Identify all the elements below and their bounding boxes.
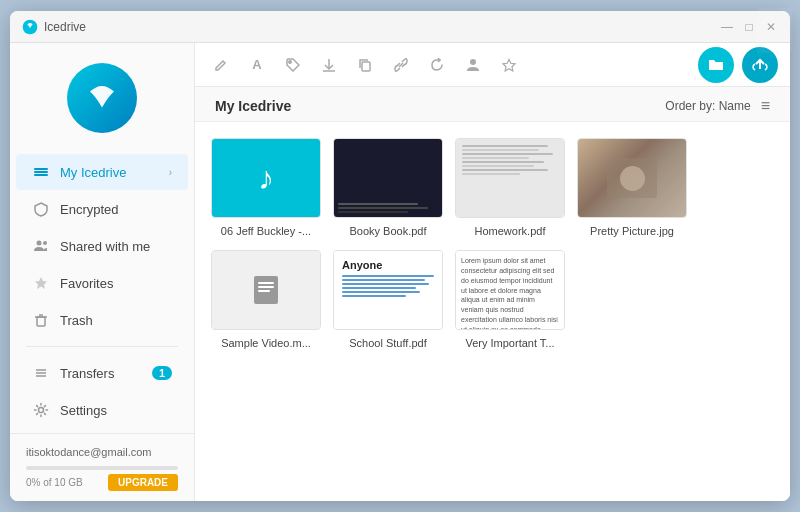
star-icon <box>32 274 50 292</box>
school-thumbnail: Anyone <box>334 251 442 329</box>
storage-text: 0% of 10 GB <box>26 477 83 488</box>
title-bar: Icedrive — □ ✕ <box>10 11 790 43</box>
sidebar-item-encrypted[interactable]: Encrypted <box>16 191 188 227</box>
sidebar-item-transfers[interactable]: Transfers 1 <box>16 355 188 391</box>
svg-point-15 <box>289 60 291 62</box>
svg-marker-7 <box>35 277 47 289</box>
favorite-button[interactable] <box>495 51 523 79</box>
order-controls: Order by: Name ≡ <box>665 97 770 115</box>
sidebar-item-label: Transfers <box>60 366 114 381</box>
chevron-right-icon: › <box>169 167 172 178</box>
file-thumbnail <box>211 250 321 330</box>
svg-rect-25 <box>258 290 270 292</box>
video-thumbnail <box>212 251 320 329</box>
sidebar-item-my-icedrive[interactable]: My Icedrive › <box>16 154 188 190</box>
file-name: Sample Video.m... <box>221 336 311 350</box>
svg-point-19 <box>470 59 476 65</box>
file-thumbnail: Lorem ipsum dolor sit amet consectetur a… <box>455 250 565 330</box>
sidebar-logo-area <box>10 43 194 149</box>
maximize-button[interactable]: □ <box>742 20 756 34</box>
file-card-pretty-picture[interactable]: Pretty Picture.jpg <box>577 138 687 238</box>
copy-button[interactable] <box>351 51 379 79</box>
storage-bar-background <box>26 466 178 470</box>
file-thumbnail <box>333 138 443 218</box>
svg-point-14 <box>39 408 44 413</box>
file-card-sample-video[interactable]: Sample Video.m... <box>211 250 321 350</box>
toolbar: A <box>195 43 790 87</box>
people-icon <box>32 237 50 255</box>
sidebar-item-shared-with-me[interactable]: Shared with me <box>16 228 188 264</box>
svg-rect-23 <box>258 282 274 284</box>
svg-rect-24 <box>258 286 274 288</box>
order-by-label: Order by: Name <box>665 99 750 113</box>
sidebar-nav: My Icedrive › Encrypted <box>10 149 194 433</box>
text-button[interactable]: A <box>243 51 271 79</box>
file-card-school-stuff[interactable]: Anyone School Stuff.pdf <box>333 250 443 350</box>
transfers-icon <box>32 364 50 382</box>
svg-rect-2 <box>34 174 48 176</box>
link-button[interactable] <box>387 51 415 79</box>
tag-button[interactable] <box>279 51 307 79</box>
file-name: Booky Book.pdf <box>349 224 426 238</box>
sidebar-item-label: Encrypted <box>60 202 119 217</box>
file-name: Homework.pdf <box>475 224 546 238</box>
new-folder-button[interactable] <box>698 47 734 83</box>
transfers-badge: 1 <box>152 366 172 380</box>
svg-point-6 <box>43 241 47 245</box>
refresh-button[interactable] <box>423 51 451 79</box>
file-name: Pretty Picture.jpg <box>590 224 674 238</box>
svg-rect-18 <box>362 62 370 71</box>
file-thumbnail <box>455 138 565 218</box>
icedrive-logo-icon <box>78 74 126 122</box>
file-name: Very Important T... <box>465 336 554 350</box>
download-button[interactable] <box>315 51 343 79</box>
sidebar-item-label: Shared with me <box>60 239 150 254</box>
hamburger-icon[interactable]: ≡ <box>761 97 770 115</box>
file-card-homework[interactable]: Homework.pdf <box>455 138 565 238</box>
sidebar-item-trash[interactable]: Trash <box>16 302 188 338</box>
title-bar-left: Icedrive <box>22 19 86 35</box>
minimize-button[interactable]: — <box>720 20 734 34</box>
svg-marker-20 <box>503 59 515 71</box>
app-logo-icon <box>22 19 38 35</box>
file-card-jeff-buckley[interactable]: ♪ 06 Jeff Buckley -... <box>211 138 321 238</box>
layers-icon <box>32 163 50 181</box>
trash-icon <box>32 311 50 329</box>
file-name: 06 Jeff Buckley -... <box>221 224 311 238</box>
file-card-booky-book[interactable]: Booky Book.pdf <box>333 138 443 238</box>
sidebar-item-favorites[interactable]: Favorites <box>16 265 188 301</box>
svg-point-5 <box>37 241 42 246</box>
share-user-button[interactable] <box>459 51 487 79</box>
content-area: A <box>195 43 790 501</box>
school-preview-lines <box>342 275 434 297</box>
breadcrumb-title: My Icedrive <box>215 98 291 114</box>
svg-rect-8 <box>37 317 45 326</box>
music-thumbnail: ♪ <box>212 139 320 217</box>
files-grid: ♪ 06 Jeff Buckley -... <box>195 122 790 501</box>
sidebar-footer: itisoktodance@gmail.com 0% of 10 GB UPGR… <box>10 433 194 501</box>
svg-rect-3 <box>34 171 48 173</box>
important-thumbnail: Lorem ipsum dolor sit amet consectetur a… <box>456 251 564 329</box>
upgrade-button[interactable]: UPGRADE <box>108 474 178 491</box>
file-name: School Stuff.pdf <box>349 336 426 350</box>
file-card-very-important[interactable]: Lorem ipsum dolor sit amet consectetur a… <box>455 250 565 350</box>
sidebar-item-settings[interactable]: Settings <box>16 392 188 428</box>
app-window: Icedrive — □ ✕ <box>10 11 790 501</box>
shield-icon <box>32 200 50 218</box>
sidebar: My Icedrive › Encrypted <box>10 43 195 501</box>
school-preview-title: Anyone <box>342 259 434 271</box>
sidebar-item-label: Trash <box>60 313 93 328</box>
sidebar-item-label: My Icedrive <box>60 165 126 180</box>
svg-rect-4 <box>34 168 48 170</box>
content-header: My Icedrive Order by: Name ≡ <box>195 87 790 122</box>
document-icon <box>248 272 284 308</box>
user-email: itisoktodance@gmail.com <box>26 446 178 458</box>
app-title: Icedrive <box>44 20 86 34</box>
logo-circle <box>67 63 137 133</box>
file-thumbnail <box>577 138 687 218</box>
main-layout: My Icedrive › Encrypted <box>10 43 790 501</box>
edit-button[interactable] <box>207 51 235 79</box>
gear-icon <box>32 401 50 419</box>
file-thumbnail: Anyone <box>333 250 443 330</box>
file-thumbnail: ♪ <box>211 138 321 218</box>
